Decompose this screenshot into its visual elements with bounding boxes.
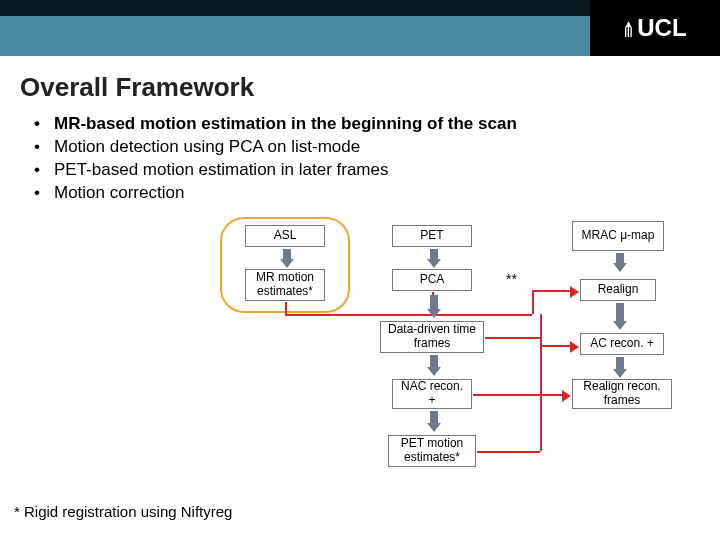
portico-icon: ▲||| <box>623 20 633 36</box>
box-pet-motion: PET motion estimates* <box>388 435 476 467</box>
box-realign-recon: Realign recon. frames <box>572 379 672 409</box>
arrow-down-icon <box>430 411 438 423</box>
asterisks: ** <box>506 271 517 287</box>
box-nac-recon: NAC recon. + <box>392 379 472 409</box>
connector-arrow <box>540 394 562 396</box>
bullet-item: Motion correction <box>28 182 692 205</box>
box-pet: PET <box>392 225 472 247</box>
connector <box>473 394 540 396</box>
connector <box>285 302 287 314</box>
box-ac-recon: AC recon. + <box>580 333 664 355</box>
connector-arrow <box>540 345 570 347</box>
arrow-down-icon <box>283 249 291 259</box>
connector <box>532 290 534 314</box>
box-asl: ASL <box>245 225 325 247</box>
connector <box>485 337 540 339</box>
bullet-item: MR-based motion estimation in the beginn… <box>28 113 692 136</box>
arrow-down-icon <box>430 355 438 367</box>
arrow-down-icon <box>616 357 624 369</box>
bullet-list: MR-based motion estimation in the beginn… <box>0 113 720 205</box>
arrow-down-icon <box>430 249 438 259</box>
bullet-item: Motion detection using PCA on list-mode <box>28 136 692 159</box>
connector <box>285 314 532 316</box>
box-mr-motion: MR motion estimates* <box>245 269 325 301</box>
footnote: * Rigid registration using Niftyreg <box>14 503 232 520</box>
bullet-item: PET-based motion estimation in later fra… <box>28 159 692 182</box>
connector-arrow <box>532 290 570 292</box>
logo-text: UCL <box>637 14 686 42</box>
box-mrac: MRAC μ-map <box>572 221 664 251</box>
box-ddtf: Data-driven time frames <box>380 321 484 353</box>
arrow-down-icon <box>616 253 624 263</box>
page-title: Overall Framework <box>0 56 720 113</box>
connector <box>477 451 540 453</box>
header-banner: ▲||| UCL <box>0 0 720 56</box>
connector <box>540 314 542 451</box>
flowchart: ASL PET MRAC μ-map MR motion estimates* … <box>0 205 720 505</box>
box-pca: PCA <box>392 269 472 291</box>
box-realign: Realign <box>580 279 656 301</box>
ucl-logo: ▲||| UCL <box>590 0 720 56</box>
arrow-down-icon <box>430 295 438 309</box>
arrow-down-icon <box>616 303 624 321</box>
